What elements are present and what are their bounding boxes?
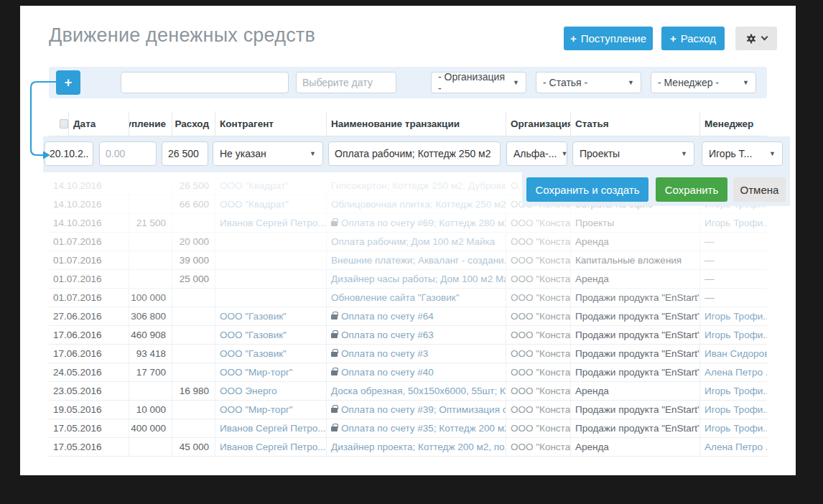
cell-transaction-link[interactable]: Обновление сайта "Газовик" (327, 289, 506, 307)
save-and-create-button[interactable]: Сохранить и создать (526, 177, 648, 202)
cell-counterparty-link[interactable]: Иванов Сергей Петро... (215, 438, 327, 456)
table-row: 01.07.201620 000Оплата рабочим; Дом 100 … (49, 233, 767, 251)
cell-transaction-link[interactable]: Оплата по счету #63 (327, 326, 506, 344)
cancel-button[interactable]: Отмена (733, 177, 786, 202)
cell-counterparty-link[interactable]: ООО "Газовик" (215, 345, 327, 363)
cell-manager-link[interactable]: Игорь Трофи... (700, 419, 767, 437)
cell-manager-link: — (700, 233, 767, 251)
cell-income: 400 000 (129, 419, 172, 437)
edit-expense-input[interactable] (162, 141, 208, 166)
lock-icon (331, 352, 338, 357)
date-filter-input[interactable] (296, 72, 396, 93)
add-transaction-button[interactable]: + (56, 70, 80, 95)
cell-organization: ООО "Конста... (506, 382, 571, 400)
cell-manager-link[interactable]: Алена Петро ... (700, 363, 767, 381)
edit-date-input[interactable] (45, 141, 93, 166)
add-income-label: Поступление (581, 32, 646, 45)
header-counterparty: Контрагент (215, 111, 327, 136)
cell-transaction-link[interactable]: Дизайнер часы работы; Дом 100 м2 Ма... (327, 270, 506, 288)
table-row: 17.06.2016460 908ООО "Газовик"Оплата по … (49, 326, 767, 345)
cell-expense: 16 980 (172, 382, 215, 400)
cell-counterparty-link[interactable]: ООО "Квадрат" (215, 195, 327, 213)
edit-transaction-input[interactable] (328, 141, 501, 166)
add-income-button[interactable]: + Поступление (564, 27, 653, 50)
cell-organization: ООО "Конста... (506, 233, 571, 251)
cell-transaction-link[interactable]: Оплата по счету #39; Оптимизация с... (327, 401, 506, 419)
article-filter-select[interactable]: - Статья - ▼ (536, 72, 641, 93)
cell-transaction-link[interactable]: Дизайнер проекта; Коттедж 200 м2, по... (327, 438, 506, 456)
cell-income: 93 418 (129, 345, 172, 363)
cell-counterparty-link[interactable]: ООО "Газовик" (215, 307, 327, 325)
cell-manager-link[interactable]: Игорь Трофи... (700, 401, 767, 419)
cell-counterparty-link[interactable] (215, 251, 327, 269)
cell-counterparty-link[interactable] (215, 270, 327, 288)
cell-transaction-link[interactable]: Оплата по счету #3 (327, 345, 506, 363)
edit-income-input[interactable] (99, 141, 157, 166)
cell-organization: ООО "Конста... (506, 345, 571, 363)
cell-manager-link[interactable]: Иван Сидоров (700, 345, 767, 363)
cell-date: 01.07.2016 (49, 289, 129, 307)
header-date: Дата (69, 111, 129, 136)
cell-transaction-link[interactable]: Доска обрезная, 50х150х6000, 55шт; Ко... (327, 382, 506, 400)
cell-counterparty-link[interactable]: ООО "Газовик" (215, 326, 327, 344)
cell-expense (172, 326, 215, 344)
cell-date: 17.05.2016 (49, 438, 129, 456)
save-button[interactable]: Сохранить (656, 177, 727, 202)
cell-expense (172, 363, 215, 381)
gear-icon (745, 33, 757, 45)
cell-income (129, 382, 172, 400)
cell-date: 19.05.2016 (49, 401, 129, 419)
cell-counterparty-link[interactable]: Иванов Сергей Петро... (215, 419, 327, 437)
settings-dropdown-button[interactable] (735, 27, 777, 50)
organization-filter-select[interactable]: - Организация - ▼ (431, 72, 526, 93)
cell-income (129, 195, 172, 213)
header-income: Поступление (129, 111, 172, 136)
cell-transaction-link[interactable]: Оплата по счету #35; Коттедж 200 м2,... (327, 419, 506, 437)
cell-counterparty-link[interactable] (215, 233, 327, 251)
cell-counterparty-link[interactable]: ООО Энерго (215, 382, 327, 400)
table-row: 24.05.201617 700ООО "Мир-торг"Оплата по … (49, 363, 767, 382)
lock-icon (331, 370, 338, 375)
cell-manager-link[interactable]: Игорь Трофи... (700, 307, 767, 325)
cell-transaction-link[interactable]: Гипсокартон; Коттедж 250 м2, Дубровка (327, 177, 506, 195)
edit-counterparty-select[interactable]: Не указан ▼ (213, 141, 323, 166)
save-label: Сохранить (665, 184, 719, 196)
add-expense-button[interactable]: + Расход (661, 27, 725, 50)
add-expense-label: Расход (681, 32, 716, 45)
cell-counterparty-link[interactable] (215, 289, 327, 307)
edit-article-select[interactable]: Проекты ▼ (572, 141, 694, 166)
table-row: 01.07.201625 000Дизайнер часы работы; До… (49, 270, 767, 289)
cell-expense: 26 500 (172, 177, 215, 195)
cell-manager-link[interactable]: Игорь Трофи... (700, 326, 767, 344)
edit-manager-select[interactable]: Игорь Т... ▼ (702, 141, 783, 166)
cell-date: 27.06.2016 (49, 307, 129, 325)
cell-organization: ООО "Конста... (506, 214, 571, 232)
manager-filter-select[interactable]: - Менеджер - ▼ (651, 72, 756, 93)
cell-manager-link[interactable]: Игорь Трофи... (700, 382, 767, 400)
cell-manager-link[interactable]: Алена Петро ... (700, 438, 767, 456)
cell-organization: ООО "Конста... (506, 251, 571, 269)
cell-transaction-link[interactable]: Внешние платежи; Акваланг - создани... (327, 251, 506, 269)
cell-organization: ООО "Конста... (506, 438, 571, 456)
cell-counterparty-link[interactable]: Иванов Сергей Петро... (215, 214, 327, 232)
table-row: 27.06.2016306 800ООО "Газовик"Оплата по … (49, 307, 767, 326)
cell-transaction-link[interactable]: Оплата по счету #69; Коттедж 280 м2,... (327, 214, 506, 232)
page-title: Движение денежных средств (49, 24, 315, 47)
save-and-create-label: Сохранить и создать (535, 184, 639, 196)
select-all-checkbox[interactable] (60, 119, 68, 129)
cell-organization: ООО "Конста... (506, 289, 571, 307)
cell-expense: 45 000 (172, 438, 215, 456)
cell-manager-link[interactable]: Игорь Трофи... (700, 214, 767, 232)
search-input[interactable] (121, 72, 289, 93)
cell-counterparty-link[interactable]: ООО "Квадрат" (215, 177, 327, 195)
cell-counterparty-link[interactable]: ООО "Мир-торг" (215, 401, 327, 419)
cell-transaction-link[interactable]: Оплата по счету #64 (327, 307, 506, 325)
edit-organization-select[interactable]: Альфа-... ▼ (506, 141, 567, 166)
cell-transaction-link[interactable]: Облицовочная плитка; Коттедж 250 м2... (327, 195, 506, 213)
manager-filter-value: - Менеджер - (658, 77, 719, 88)
cell-counterparty-link[interactable]: ООО "Мир-торг" (215, 363, 327, 381)
chevron-down-icon (761, 34, 768, 41)
cell-transaction-link[interactable]: Оплата по счету #40 (327, 363, 506, 381)
cell-transaction-link[interactable]: Оплата рабочим; Дом 100 м2 Майка (327, 233, 506, 251)
edit-manager-value: Игорь Т... (709, 148, 752, 159)
